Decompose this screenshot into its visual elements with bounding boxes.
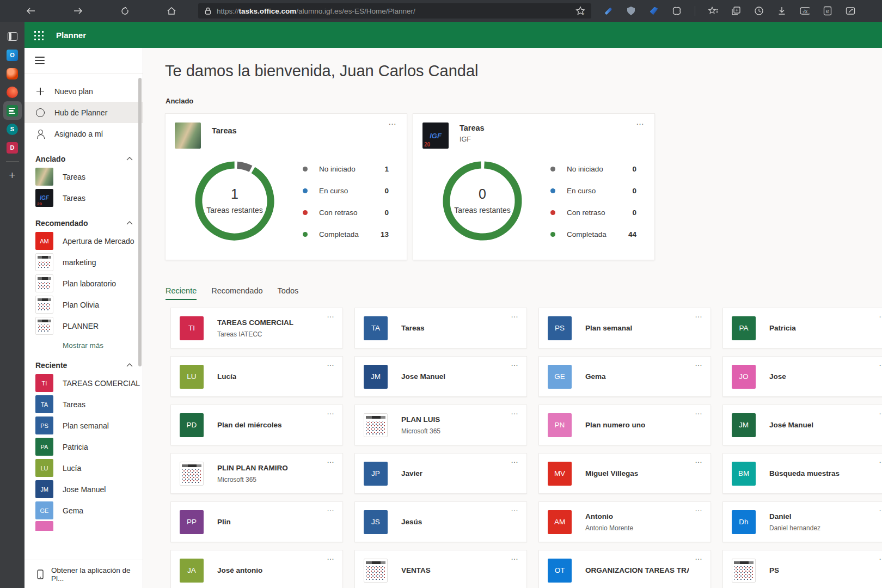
- web-capture-icon[interactable]: [846, 6, 855, 16]
- more-options-button[interactable]: …: [636, 117, 645, 126]
- sidebar-plan-item[interactable]: PA Patricia: [24, 436, 143, 457]
- app-launcher-icon[interactable]: [33, 29, 44, 40]
- plan-card[interactable]: PP Plin …: [170, 501, 343, 542]
- plan-card[interactable]: TI TAREAS COMERCIAL Tareas IATECC …: [170, 308, 343, 348]
- plan-card[interactable]: PN Plan numero uno …: [538, 405, 711, 445]
- plan-card[interactable]: OT ORGANIZACION TAREAS TRAB... …: [538, 550, 711, 588]
- collections-icon[interactable]: [731, 6, 741, 16]
- chevron-up-icon[interactable]: [126, 157, 133, 161]
- plan-card[interactable]: GE Gema …: [538, 356, 711, 397]
- sidebar-nav-item[interactable]: Hub de Planner: [24, 102, 143, 123]
- plan-card[interactable]: PA Patricia …: [722, 308, 882, 348]
- more-options-button[interactable]: …: [388, 117, 397, 126]
- refresh-icon[interactable]: [115, 3, 134, 19]
- math-solver-icon[interactable]: √x: [800, 6, 810, 16]
- plan-card[interactable]: PD Plan del miércoles …: [170, 405, 343, 445]
- chevron-up-icon[interactable]: [126, 363, 133, 367]
- plan-card[interactable]: TA Tareas …: [354, 308, 527, 348]
- forward-icon[interactable]: [69, 3, 87, 19]
- more-options-button[interactable]: …: [327, 504, 335, 513]
- home-icon[interactable]: [162, 3, 181, 19]
- more-options-button[interactable]: …: [879, 359, 882, 367]
- sidebar-nav-item[interactable]: Nuevo plan: [24, 81, 143, 102]
- more-options-button[interactable]: …: [879, 504, 882, 513]
- browser-essentials-icon[interactable]: [672, 6, 682, 16]
- chevron-up-icon[interactable]: [126, 221, 133, 225]
- more-options-button[interactable]: …: [879, 407, 882, 416]
- more-options-button[interactable]: …: [695, 407, 703, 416]
- more-options-button[interactable]: …: [511, 310, 519, 319]
- planner-app-icon[interactable]: [0, 101, 24, 120]
- more-options-button[interactable]: …: [879, 310, 882, 319]
- plan-card[interactable]: JS Jesús …: [354, 501, 527, 542]
- show-more-link[interactable]: Mostrar más: [24, 336, 143, 351]
- start-extension-icon[interactable]: [649, 6, 659, 16]
- editor-extension-icon[interactable]: [603, 6, 613, 16]
- get-app-link[interactable]: Obtener la aplicación de Pl...: [24, 560, 143, 588]
- plan-card[interactable]: JM Jose Manuel …: [354, 356, 527, 397]
- sidebar-plan-item[interactable]: AM Apertura de Mercado: [24, 230, 143, 252]
- sidebar-scrollbar[interactable]: [138, 78, 142, 366]
- more-options-button[interactable]: …: [695, 504, 703, 513]
- plan-card[interactable]: PLIN PLAN RAMIRO Microsoft 365 …: [170, 453, 343, 494]
- plan-card[interactable]: JA José antonio …: [170, 550, 343, 588]
- plan-card[interactable]: JM José Manuel …: [722, 405, 882, 445]
- plan-card[interactable]: PS Plan semanal …: [538, 308, 711, 348]
- pinned-plan-card[interactable]: Tareas … 1 Tareas restantes No iniciado …: [165, 113, 407, 260]
- sidebar-plan-item[interactable]: Plan Olivia: [24, 294, 143, 315]
- plan-card[interactable]: JO Jose …: [722, 356, 882, 397]
- plan-card[interactable]: Dh Daniel Daniel hernandez …: [722, 501, 882, 542]
- sidebar-plan-item[interactable]: JM Jose Manuel: [24, 479, 143, 500]
- more-options-button[interactable]: …: [695, 553, 703, 561]
- sidebar-plan-item[interactable]: LU Lucía: [24, 457, 143, 479]
- more-options-button[interactable]: …: [327, 553, 335, 561]
- plan-card[interactable]: JP Javier …: [354, 453, 527, 494]
- tab[interactable]: Reciente: [166, 286, 197, 300]
- plan-card[interactable]: PLAN LUIS Microsoft 365 …: [354, 405, 527, 445]
- office-round-icon[interactable]: [0, 83, 24, 101]
- plan-card[interactable]: AM Antonio Antonio Morente …: [538, 501, 711, 542]
- more-options-button[interactable]: …: [511, 359, 519, 367]
- reader-icon[interactable]: e: [823, 6, 832, 16]
- more-options-button[interactable]: …: [327, 310, 335, 319]
- sidebar-plan-item[interactable]: IGF20 Tareas: [24, 187, 143, 209]
- sidebar-plan-item[interactable]: [24, 521, 143, 531]
- sidebar-plan-item[interactable]: TA Tareas: [24, 394, 143, 415]
- plan-card[interactable]: MV Miguel Villegas …: [538, 453, 711, 494]
- more-options-button[interactable]: …: [879, 456, 882, 464]
- hamburger-menu-icon[interactable]: [35, 54, 45, 66]
- sidebar-plan-item[interactable]: PLANNER: [24, 315, 143, 336]
- sidebar-plan-item[interactable]: PS Plan semanal: [24, 415, 143, 436]
- history-icon[interactable]: [754, 6, 764, 16]
- plan-card[interactable]: VENTAS …: [354, 550, 527, 588]
- tab[interactable]: Todos: [278, 286, 299, 300]
- more-options-button[interactable]: …: [695, 359, 703, 367]
- shield-extension-icon[interactable]: [626, 6, 636, 16]
- sharepoint-icon[interactable]: S: [0, 120, 24, 138]
- plan-card[interactable]: BM Búsqueda muestras …: [722, 453, 882, 494]
- sidebar-plan-item[interactable]: Tareas: [24, 166, 143, 187]
- sidebar-plan-item[interactable]: Plan laboratorio: [24, 273, 143, 294]
- dynamics-icon[interactable]: D: [0, 138, 24, 157]
- plan-card[interactable]: LU Lucía …: [170, 356, 343, 397]
- downloads-icon[interactable]: [777, 6, 787, 16]
- sidebar-plan-item[interactable]: TI TAREAS COMERCIAL: [24, 372, 143, 394]
- favorites-icon[interactable]: [708, 6, 718, 16]
- more-options-button[interactable]: …: [695, 310, 703, 319]
- more-options-button[interactable]: …: [327, 407, 335, 416]
- more-options-button[interactable]: …: [695, 456, 703, 464]
- more-options-button[interactable]: …: [511, 504, 519, 513]
- sidebar-plan-item[interactable]: GE Gema: [24, 500, 143, 521]
- back-icon[interactable]: [22, 3, 40, 19]
- more-options-button[interactable]: …: [511, 456, 519, 464]
- plan-card[interactable]: PS …: [722, 550, 882, 588]
- pinned-plan-card[interactable]: IGF20 Tareas IGF … 0 Tareas restantes No…: [413, 113, 655, 260]
- office-icon[interactable]: [0, 64, 24, 83]
- address-bar[interactable]: https://tasks.office.com/alumno.igf.es/e…: [198, 3, 591, 19]
- more-options-button[interactable]: …: [511, 553, 519, 561]
- more-options-button[interactable]: …: [327, 456, 335, 464]
- add-favorite-icon[interactable]: +: [574, 4, 587, 17]
- more-options-button[interactable]: …: [327, 359, 335, 367]
- more-options-button[interactable]: …: [511, 407, 519, 416]
- sidebar-plan-item[interactable]: marketing: [24, 252, 143, 273]
